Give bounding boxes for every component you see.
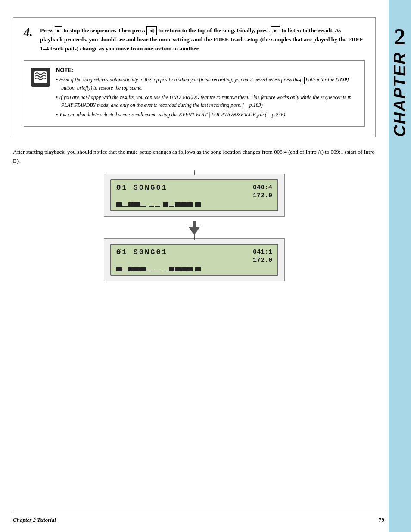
svg-marker-1 bbox=[188, 227, 200, 235]
display1: Ø1 S0NG01 040:4 172.0 bbox=[104, 174, 285, 217]
bar bbox=[128, 267, 134, 271]
note-icon bbox=[31, 68, 50, 87]
bar bbox=[187, 202, 193, 207]
page-footer: Chapter 2 Tutorial 79 bbox=[13, 513, 384, 523]
bar bbox=[116, 267, 122, 271]
diagrams-container: Ø1 S0NG01 040:4 172.0 bbox=[104, 174, 285, 281]
bar bbox=[149, 271, 154, 271]
note-title: NOTE: bbox=[56, 67, 358, 73]
chapter-number: 2 bbox=[394, 26, 405, 48]
bar bbox=[149, 206, 154, 207]
bar bbox=[181, 202, 187, 207]
bar bbox=[134, 202, 140, 207]
lcd-display-1: Ø1 S0NG01 040:4 172.0 bbox=[110, 179, 278, 211]
bar bbox=[175, 202, 181, 207]
bar bbox=[195, 202, 201, 207]
bar bbox=[175, 267, 181, 271]
lcd-row2: Ø1 S0NG01 041:1 172.0 bbox=[116, 248, 272, 265]
step-number: 4. bbox=[24, 26, 36, 38]
note-box: NOTE: Even if the song returns automatic… bbox=[24, 60, 365, 127]
display2: Ø1 S0NG01 041:1 172.0 bbox=[104, 238, 285, 281]
step-header: 4. Press ■ to stop the sequencer. Then p… bbox=[24, 26, 365, 53]
rewind-button-icon: ◄| bbox=[146, 26, 157, 35]
note-content: NOTE: Even if the song returns automatic… bbox=[56, 67, 358, 120]
lcd-counter-1: 040:4 172.0 bbox=[253, 184, 272, 200]
bar bbox=[134, 267, 140, 271]
display2-wrapper: Ø1 S0NG01 041:1 172.0 bbox=[104, 238, 285, 281]
stop-button-icon: ■ bbox=[55, 26, 62, 35]
lcd-counter-2: 041:1 172.0 bbox=[253, 248, 272, 265]
bar bbox=[163, 202, 168, 207]
top-line-1 bbox=[194, 170, 195, 175]
main-content: 4. Press ■ to stop the sequencer. Then p… bbox=[0, 0, 389, 532]
chapter-tab: 2 CHAPTER bbox=[389, 0, 411, 532]
lcd-counter-value-1: 040:4 bbox=[253, 184, 272, 192]
top-line-2 bbox=[194, 235, 195, 240]
play-button-icon: ► bbox=[271, 26, 280, 35]
body-paragraph: After starting playback, you should noti… bbox=[13, 148, 376, 166]
lcd-counter-value-2: 041:1 bbox=[253, 248, 272, 257]
bar bbox=[187, 267, 193, 271]
svg-rect-2 bbox=[193, 221, 196, 227]
step-text: Press ■ to stop the sequencer. Then pres… bbox=[40, 26, 365, 53]
note-bullet-2: If you are not happy with the results, y… bbox=[56, 93, 358, 109]
display1-wrapper: Ø1 S0NG01 040:4 172.0 bbox=[104, 174, 285, 217]
bar bbox=[163, 271, 168, 271]
footer-chapter-label: Chapter 2 Tutorial bbox=[13, 516, 56, 523]
bar bbox=[181, 267, 187, 271]
chapter-label: CHAPTER bbox=[391, 52, 409, 137]
step-4-section: 4. Press ■ to stop the sequencer. Then p… bbox=[13, 17, 376, 137]
bar bbox=[122, 206, 128, 207]
lcd-bars-2 bbox=[116, 266, 272, 271]
lcd-display-2: Ø1 S0NG01 041:1 172.0 bbox=[110, 244, 278, 276]
lcd-song-1: Ø1 S0NG01 bbox=[116, 184, 168, 200]
bar bbox=[128, 202, 134, 207]
step-text-2: to stop the sequencer. Then press bbox=[63, 27, 146, 34]
note-bullet-1: Even if the song returns automatically t… bbox=[56, 76, 358, 92]
bar bbox=[169, 206, 174, 207]
lcd-bars-1 bbox=[116, 202, 272, 207]
note-bullet-3: You can also delete selected scene-recal… bbox=[56, 111, 358, 118]
press-label: Press bbox=[40, 27, 53, 34]
bar bbox=[122, 271, 128, 271]
bar bbox=[140, 206, 146, 207]
bar bbox=[116, 202, 122, 207]
bar bbox=[169, 267, 174, 271]
bar bbox=[195, 267, 201, 271]
bar bbox=[155, 271, 160, 271]
step-text-3: to return to the top of the song. Finall… bbox=[158, 27, 271, 34]
bar bbox=[155, 206, 160, 207]
lcd-song-2: Ø1 S0NG01 bbox=[116, 248, 168, 265]
lcd-tempo-2: 172.0 bbox=[253, 256, 272, 265]
bar bbox=[140, 267, 146, 271]
lcd-tempo-1: 172.0 bbox=[253, 192, 272, 200]
footer-page-number: 79 bbox=[379, 516, 384, 523]
lcd-row1: Ø1 S0NG01 040:4 172.0 bbox=[116, 184, 272, 200]
